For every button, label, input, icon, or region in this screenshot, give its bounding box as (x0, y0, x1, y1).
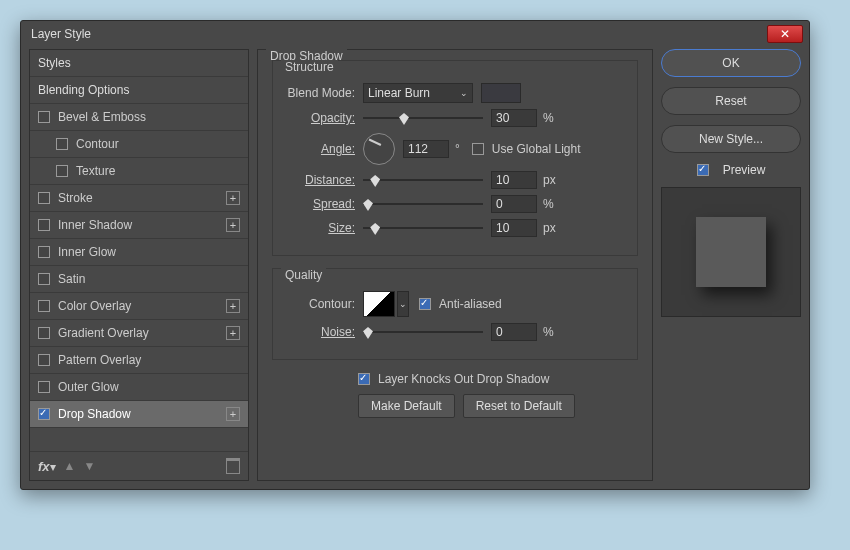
preview-checkbox[interactable] (697, 164, 709, 176)
style-checkbox[interactable] (38, 381, 50, 393)
reset-default-button[interactable]: Reset to Default (463, 394, 575, 418)
sidebar-item-drop-shadow[interactable]: Drop Shadow+ (30, 401, 248, 428)
contour-picker[interactable] (363, 291, 395, 317)
size-label[interactable]: Size: (285, 221, 363, 235)
noise-slider[interactable] (363, 325, 483, 339)
sidebar-item-satin[interactable]: Satin (30, 266, 248, 293)
style-checkbox[interactable] (38, 111, 50, 123)
shadow-color-swatch[interactable] (481, 83, 521, 103)
opacity-slider[interactable] (363, 111, 483, 125)
distance-input[interactable] (491, 171, 537, 189)
right-panel: OK Reset New Style... Preview (661, 49, 801, 481)
angle-dial[interactable] (363, 133, 395, 165)
style-checkbox[interactable] (38, 246, 50, 258)
knockout-checkbox[interactable] (358, 373, 370, 385)
style-checkbox[interactable] (38, 408, 50, 420)
anti-aliased-checkbox[interactable] (419, 298, 431, 310)
sidebar-item-inner-glow[interactable]: Inner Glow (30, 239, 248, 266)
sidebar-item-gradient-overlay[interactable]: Gradient Overlay+ (30, 320, 248, 347)
preview-box (661, 187, 801, 317)
sidebar-item-label: Satin (58, 272, 85, 286)
angle-input[interactable] (403, 140, 449, 158)
structure-legend: Structure (281, 60, 338, 74)
opacity-input[interactable] (491, 109, 537, 127)
quality-group: Quality Contour: ⌄ Anti-aliased Noise: % (272, 268, 638, 360)
add-effect-icon[interactable]: + (226, 191, 240, 205)
sidebar-item-label: Stroke (58, 191, 93, 205)
distance-unit: px (543, 173, 556, 187)
size-slider[interactable] (363, 221, 483, 235)
blend-mode-select[interactable]: Linear Burn ⌄ (363, 83, 473, 103)
sidebar-item-label: Inner Glow (58, 245, 116, 259)
add-effect-icon[interactable]: + (226, 218, 240, 232)
global-light-checkbox[interactable] (472, 143, 484, 155)
size-input[interactable] (491, 219, 537, 237)
ok-button[interactable]: OK (661, 49, 801, 77)
contour-dropdown[interactable]: ⌄ (397, 291, 409, 317)
distance-slider[interactable] (363, 173, 483, 187)
angle-unit: ° (455, 142, 460, 156)
sidebar-item-pattern-overlay[interactable]: Pattern Overlay (30, 347, 248, 374)
dialog-body: StylesBlending OptionsBevel & EmbossCont… (21, 49, 809, 489)
dialog-window: Layer Style ✕ StylesBlending OptionsBeve… (20, 20, 810, 490)
angle-label[interactable]: Angle: (285, 142, 363, 156)
style-checkbox[interactable] (38, 273, 50, 285)
opacity-unit: % (543, 111, 554, 125)
sidebar-item-bevel-emboss[interactable]: Bevel & Emboss (30, 104, 248, 131)
spread-input[interactable] (491, 195, 537, 213)
options-panel: Drop Shadow Structure Blend Mode: Linear… (257, 49, 653, 481)
new-style-button[interactable]: New Style... (661, 125, 801, 153)
sidebar-item-outer-glow[interactable]: Outer Glow (30, 374, 248, 401)
make-default-button[interactable]: Make Default (358, 394, 455, 418)
sidebar-item-label: Inner Shadow (58, 218, 132, 232)
titlebar[interactable]: Layer Style ✕ (21, 21, 809, 49)
add-effect-icon[interactable]: + (226, 326, 240, 340)
spread-label[interactable]: Spread: (285, 197, 363, 211)
sidebar-item-label: Gradient Overlay (58, 326, 149, 340)
reset-button[interactable]: Reset (661, 87, 801, 115)
add-effect-icon[interactable]: + (226, 407, 240, 421)
opacity-label[interactable]: Opacity: (285, 111, 363, 125)
noise-input[interactable] (491, 323, 537, 341)
sidebar-item-label: Styles (38, 56, 71, 70)
anti-aliased-label: Anti-aliased (439, 297, 502, 311)
style-checkbox[interactable] (38, 300, 50, 312)
close-icon: ✕ (780, 27, 790, 41)
knockout-label: Layer Knocks Out Drop Shadow (378, 372, 549, 386)
sidebar-item-label: Color Overlay (58, 299, 131, 313)
spread-slider[interactable] (363, 197, 483, 211)
sidebar-item-label: Outer Glow (58, 380, 119, 394)
trash-icon[interactable] (226, 458, 240, 474)
sidebar-footer: fx▾ ▲ ▼ (30, 451, 248, 480)
spread-unit: % (543, 197, 554, 211)
styles-sidebar: StylesBlending OptionsBevel & EmbossCont… (29, 49, 249, 481)
sidebar-item-contour[interactable]: Contour (30, 131, 248, 158)
fx-icon[interactable]: fx▾ (38, 459, 56, 474)
move-down-icon[interactable]: ▼ (83, 459, 95, 473)
style-checkbox[interactable] (38, 192, 50, 204)
move-up-icon[interactable]: ▲ (64, 459, 76, 473)
style-checkbox[interactable] (56, 138, 68, 150)
add-effect-icon[interactable]: + (226, 299, 240, 313)
sidebar-item-stroke[interactable]: Stroke+ (30, 185, 248, 212)
style-checkbox[interactable] (38, 219, 50, 231)
sidebar-item-color-overlay[interactable]: Color Overlay+ (30, 293, 248, 320)
distance-label[interactable]: Distance: (285, 173, 363, 187)
sidebar-item-label: Bevel & Emboss (58, 110, 146, 124)
sidebar-item-blending-options[interactable]: Blending Options (30, 77, 248, 104)
close-button[interactable]: ✕ (767, 25, 803, 43)
window-title: Layer Style (31, 27, 91, 41)
style-checkbox[interactable] (38, 327, 50, 339)
sidebar-item-inner-shadow[interactable]: Inner Shadow+ (30, 212, 248, 239)
sidebar-item-texture[interactable]: Texture (30, 158, 248, 185)
contour-label: Contour: (285, 297, 363, 311)
preview-swatch (696, 217, 766, 287)
style-checkbox[interactable] (56, 165, 68, 177)
sidebar-item-label: Pattern Overlay (58, 353, 141, 367)
chevron-down-icon: ⌄ (460, 88, 468, 98)
size-unit: px (543, 221, 556, 235)
style-checkbox[interactable] (38, 354, 50, 366)
sidebar-item-styles[interactable]: Styles (30, 50, 248, 77)
noise-label[interactable]: Noise: (285, 325, 363, 339)
chevron-down-icon: ⌄ (399, 299, 407, 309)
